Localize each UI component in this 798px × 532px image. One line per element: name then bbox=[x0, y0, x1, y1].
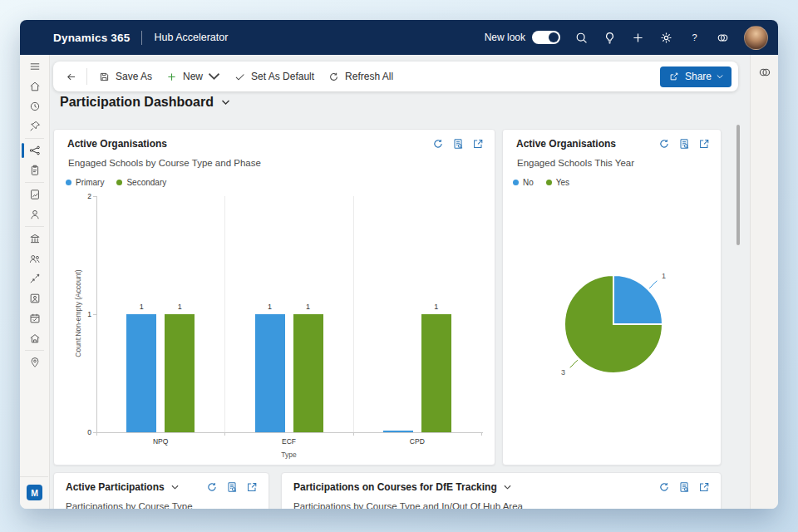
view-records-icon[interactable] bbox=[225, 480, 239, 494]
y-axis-title: Count:Non-empty (Account) bbox=[74, 255, 82, 372]
sidebar-item-home[interactable] bbox=[20, 76, 49, 96]
lightbulb-icon[interactable] bbox=[603, 31, 617, 45]
copilot-icon[interactable] bbox=[716, 31, 730, 45]
sidebar-item-forms[interactable] bbox=[20, 288, 49, 308]
view-records-icon[interactable] bbox=[677, 480, 691, 494]
teams-icon bbox=[28, 252, 42, 265]
refresh-icon[interactable] bbox=[205, 480, 219, 494]
card-active-participations: Active Participations Participations by … bbox=[53, 472, 269, 509]
checkmark-icon bbox=[234, 71, 246, 83]
gear-icon[interactable] bbox=[659, 31, 673, 45]
command-bar: Save As New Set As Default Refresh All bbox=[53, 62, 738, 91]
pie-value-label: 3 bbox=[561, 368, 565, 377]
refresh-icon[interactable] bbox=[658, 137, 671, 150]
help-icon[interactable]: ? bbox=[687, 31, 702, 45]
sidebar-item-recent[interactable] bbox=[20, 96, 49, 116]
new-button[interactable]: New bbox=[159, 66, 227, 87]
sidebar-item-teams[interactable] bbox=[20, 249, 49, 268]
chart-subtitle: Participations by Course Type and In/Out… bbox=[293, 501, 523, 509]
app-switcher-badge[interactable]: M bbox=[27, 485, 42, 500]
command-divider bbox=[86, 68, 87, 85]
search-icon[interactable] bbox=[574, 31, 589, 45]
accounts-icon bbox=[28, 232, 42, 245]
page-title[interactable]: Participation Dashboard bbox=[60, 95, 230, 110]
sidebar-item-contacts[interactable] bbox=[20, 204, 49, 224]
card-title[interactable]: Active Participations bbox=[66, 481, 165, 493]
sidebar-item-accounts[interactable] bbox=[20, 229, 49, 249]
category-gridline bbox=[353, 196, 354, 432]
x-axis-title: Type bbox=[96, 451, 481, 459]
sidebar-item-menu[interactable] bbox=[20, 57, 49, 76]
save-as-button[interactable]: Save As bbox=[91, 66, 159, 87]
sidebar-item-properties[interactable] bbox=[20, 328, 49, 348]
legend-item-yes[interactable]: Yes bbox=[546, 178, 569, 187]
x-tick-mark bbox=[96, 432, 97, 436]
tasks-icon bbox=[28, 164, 42, 177]
bar-primary-cpd[interactable] bbox=[383, 431, 413, 432]
bar-secondary-cpd[interactable] bbox=[421, 314, 451, 432]
top-nav-bar: Dynamics 365 Hub Accelerator New look ? bbox=[20, 20, 778, 55]
dynamics-365-brand[interactable]: Dynamics 365 bbox=[53, 32, 130, 44]
bar-secondary-npq[interactable] bbox=[165, 314, 195, 432]
legend-dot-green bbox=[546, 180, 552, 185]
bar-primary-npq[interactable] bbox=[126, 314, 156, 432]
card-actions bbox=[205, 480, 259, 494]
chevron-down-icon[interactable] bbox=[171, 485, 179, 490]
plus-icon[interactable] bbox=[631, 31, 645, 45]
contacts-icon bbox=[28, 208, 42, 221]
user-avatar[interactable] bbox=[744, 26, 768, 50]
topbar-actions: New look ? bbox=[485, 26, 768, 50]
card-header: Active Participations bbox=[66, 480, 259, 494]
legend-label: No bbox=[523, 178, 534, 187]
x-tick-mark bbox=[353, 432, 354, 436]
locations-icon bbox=[28, 356, 42, 369]
bar-value-label: 1 bbox=[421, 303, 451, 311]
pie-label-leader bbox=[570, 360, 578, 367]
chevron-down-icon bbox=[208, 71, 220, 83]
legend-item-no[interactable]: No bbox=[513, 178, 534, 187]
sidebar-item-pinned[interactable] bbox=[20, 116, 49, 136]
new-look-control: New look bbox=[485, 31, 560, 44]
chevron-down-icon[interactable] bbox=[504, 485, 511, 490]
sidebar-item-bookings[interactable] bbox=[20, 308, 49, 328]
sidebar-item-area[interactable] bbox=[20, 140, 49, 160]
app-name[interactable]: Hub Accelerator bbox=[154, 32, 228, 43]
sidebar-bottom-divider bbox=[20, 476, 48, 477]
sidebar-item-dashboards[interactable] bbox=[20, 185, 49, 204]
card-header: Participations on Courses for DfE Tracki… bbox=[293, 480, 711, 494]
sidebar-item-tasks[interactable] bbox=[20, 160, 49, 180]
sidebar-item-journeys[interactable] bbox=[20, 268, 49, 288]
y-tick-label: 2 bbox=[76, 192, 91, 200]
expand-icon[interactable] bbox=[697, 480, 711, 494]
left-sidebar: M bbox=[20, 55, 50, 509]
set-as-default-button[interactable]: Set As Default bbox=[227, 66, 321, 87]
card-participations-dfe-tracking: Participations on Courses for DfE Tracki… bbox=[281, 472, 722, 509]
chart-legend: No Yes bbox=[513, 178, 569, 187]
bar-value-label: 1 bbox=[165, 303, 195, 311]
save-as-label: Save As bbox=[116, 71, 152, 82]
new-plus-icon bbox=[165, 71, 178, 83]
refresh-icon[interactable] bbox=[658, 480, 671, 494]
card-active-organisations-pie: Active Organisations Engaged Schools Thi… bbox=[502, 129, 722, 466]
share-button[interactable]: Share bbox=[660, 66, 732, 87]
view-records-icon[interactable] bbox=[677, 137, 691, 150]
back-button[interactable] bbox=[60, 66, 82, 87]
expand-icon[interactable] bbox=[245, 480, 259, 494]
vertical-scrollbar[interactable] bbox=[736, 125, 740, 245]
expand-icon[interactable] bbox=[697, 137, 711, 150]
menu-icon bbox=[28, 60, 42, 73]
bar-primary-ecf[interactable] bbox=[255, 314, 285, 432]
area-icon bbox=[28, 144, 42, 157]
new-look-toggle[interactable] bbox=[532, 31, 560, 44]
copilot-icon[interactable] bbox=[757, 65, 772, 80]
chevron-down-icon bbox=[717, 74, 723, 80]
refresh-all-label: Refresh All bbox=[345, 71, 393, 82]
x-axis-line bbox=[96, 432, 483, 433]
bar-secondary-ecf[interactable] bbox=[293, 314, 323, 432]
toggle-knob bbox=[549, 32, 559, 42]
sidebar-item-locations[interactable] bbox=[20, 352, 49, 372]
card-title[interactable]: Participations on Courses for DfE Tracki… bbox=[293, 481, 497, 493]
chart-subtitle: Participations by Course Type bbox=[66, 501, 193, 509]
page-title-label: Participation Dashboard bbox=[60, 95, 214, 110]
refresh-all-button[interactable]: Refresh All bbox=[321, 66, 400, 87]
